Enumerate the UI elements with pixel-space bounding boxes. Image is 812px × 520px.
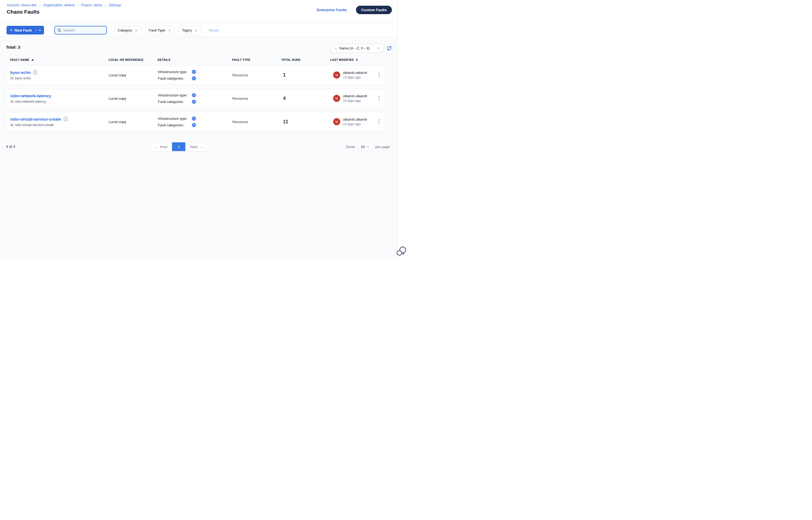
page-size-controls: Show 10 per page bbox=[346, 142, 390, 151]
header-actions: Enterprise Faults Custom Faults bbox=[317, 6, 392, 14]
next-page-button[interactable]: Next → bbox=[185, 142, 208, 151]
chevron-right-icon: › bbox=[77, 3, 79, 7]
kubernetes-icon[interactable] bbox=[192, 76, 196, 81]
breadcrumb-account-link[interactable]: Account: chaos-dev bbox=[7, 3, 37, 7]
fault-id: Id: istio-network-latency bbox=[10, 100, 109, 104]
row-menu-button[interactable] bbox=[377, 73, 381, 77]
page-title: Chaos Faults bbox=[7, 9, 40, 15]
breadcrumb: Account: chaos-dev › Organization: defau… bbox=[7, 3, 121, 7]
infrastructure-type-label: Infrastructure type: bbox=[158, 116, 192, 121]
sort-select-value: Name (A→Z, 0→9) bbox=[339, 46, 375, 50]
modified-when: 13 days ago bbox=[343, 122, 367, 126]
column-header-total-runs: TOTAL RUNS bbox=[281, 58, 330, 61]
total-runs-value: 4 bbox=[282, 95, 330, 101]
fault-details: Infrastructure type: Fault categories: bbox=[158, 93, 232, 104]
search-input[interactable] bbox=[63, 28, 104, 32]
sort-select[interactable]: ↑↓ Name (A→Z, 0→9) bbox=[331, 44, 383, 53]
avatar: U bbox=[333, 95, 340, 102]
enterprise-faults-link[interactable]: Enterprise Faults bbox=[317, 8, 347, 12]
page-size-select[interactable]: 10 bbox=[358, 142, 372, 151]
fault-row[interactable]: istio-network-latency Id: istio-network-… bbox=[6, 88, 386, 108]
table-header-row: FAULT NAME LOCAL OR REFERENCE DETAILS FA… bbox=[6, 56, 386, 63]
column-label: DETAILS bbox=[158, 58, 170, 61]
fault-details: Infrastructure type: Fault categories: bbox=[158, 116, 232, 127]
new-fault-button[interactable]: + New Fault bbox=[6, 26, 44, 34]
arrow-left-icon: ← bbox=[154, 145, 158, 149]
fault-categories-label: Fault categories: bbox=[158, 100, 192, 104]
modified-when: 13 days ago bbox=[343, 76, 367, 79]
next-label: Next bbox=[190, 145, 198, 149]
breadcrumb-project-link[interactable]: Project: demo bbox=[81, 3, 102, 7]
arrow-right-icon: → bbox=[200, 145, 204, 149]
document-icon[interactable] bbox=[64, 117, 68, 121]
kebab-menu-icon bbox=[379, 121, 380, 122]
kubernetes-icon[interactable] bbox=[192, 99, 196, 104]
modified-by: utkarsh.utkarsh bbox=[343, 71, 367, 75]
kubernetes-icon[interactable] bbox=[192, 93, 196, 98]
custom-faults-button[interactable]: Custom Faults bbox=[356, 6, 392, 14]
pagination-summary: 3 of 3 bbox=[6, 145, 15, 149]
fault-row[interactable]: byoc-echo Id: byoc-echo Local copy Infra… bbox=[6, 65, 386, 85]
column-label: FAULT TYPE bbox=[232, 58, 250, 61]
fault-row[interactable]: istio-virtual-service-create Id: istio-v… bbox=[6, 112, 386, 131]
filter-chip-label: Fault Type bbox=[149, 28, 165, 32]
fault-type-value: Resource bbox=[232, 73, 282, 77]
sort-controls: ↑↓ Name (A→Z, 0→9) bbox=[331, 44, 392, 53]
filter-chip-tags[interactable]: Tag(s) × bbox=[179, 26, 201, 34]
filter-chip-fault-type[interactable]: Fault Type × bbox=[145, 26, 174, 34]
reset-filters-button[interactable]: Reset bbox=[209, 28, 219, 32]
local-or-reference-value: Local copy bbox=[109, 120, 158, 124]
fault-name-link[interactable]: istio-virtual-service-create bbox=[10, 117, 61, 122]
fault-categories-label: Fault categories: bbox=[158, 76, 192, 80]
per-page-label: per page bbox=[375, 145, 390, 149]
breadcrumb-organization-link[interactable]: Organization: default bbox=[43, 3, 74, 7]
fault-type-value: Resource bbox=[232, 120, 282, 124]
column-label: FAULT NAME bbox=[10, 58, 29, 61]
new-fault-label: New Fault bbox=[15, 28, 32, 32]
chevron-down-icon[interactable] bbox=[38, 29, 41, 31]
search-icon bbox=[57, 28, 61, 32]
kubernetes-icon[interactable] bbox=[192, 116, 196, 121]
filter-chip-label: Tag(s) bbox=[182, 28, 192, 32]
close-icon[interactable]: × bbox=[195, 28, 197, 32]
total-runs-value: 1 bbox=[282, 72, 330, 78]
filter-chip-category[interactable]: Category × bbox=[114, 26, 141, 34]
kubernetes-icon[interactable] bbox=[192, 123, 196, 127]
refresh-button[interactable] bbox=[386, 46, 392, 51]
filter-chips: Category × Fault Type × Tag(s) × Reset bbox=[114, 26, 219, 34]
breadcrumb-settings-link[interactable]: Settings bbox=[109, 3, 121, 7]
infrastructure-type-label: Infrastructure type: bbox=[158, 70, 192, 74]
column-header-details: DETAILS bbox=[158, 58, 232, 61]
page-1-button[interactable]: 1 bbox=[172, 142, 185, 151]
scrollbar-gutter[interactable] bbox=[397, 0, 406, 260]
kubernetes-icon[interactable] bbox=[192, 70, 196, 74]
prev-page-button[interactable]: ← Prev bbox=[150, 142, 172, 151]
total-count: Total: 3 bbox=[6, 45, 20, 49]
document-icon[interactable] bbox=[33, 70, 37, 74]
close-icon[interactable]: × bbox=[168, 28, 171, 32]
kebab-menu-icon bbox=[379, 98, 380, 99]
fault-details: Infrastructure type: Fault categories: bbox=[158, 70, 232, 81]
avatar: U bbox=[333, 72, 340, 79]
local-or-reference-value: Local copy bbox=[109, 73, 158, 77]
sort-both-icon bbox=[356, 58, 358, 61]
column-header-fault-type: FAULT TYPE bbox=[232, 58, 281, 61]
close-icon[interactable]: × bbox=[135, 28, 137, 32]
faults-list-area: Total: 3 ↑↓ Name (A→Z, 0→9) FAULT NAME L… bbox=[0, 37, 397, 260]
fault-name-link[interactable]: istio-network-latency bbox=[10, 94, 51, 98]
row-menu-button[interactable] bbox=[377, 120, 381, 124]
column-header-fault-name[interactable]: FAULT NAME bbox=[10, 58, 108, 61]
page-size-value: 10 bbox=[361, 145, 365, 149]
prev-label: Prev bbox=[160, 145, 168, 149]
row-menu-button[interactable] bbox=[377, 96, 381, 101]
avatar: U bbox=[333, 118, 340, 125]
chevron-right-icon: › bbox=[40, 3, 41, 7]
faults-toolbar: + New Fault Category × Fault Type × Tag(… bbox=[0, 23, 406, 37]
page-header: Account: chaos-dev › Organization: defau… bbox=[0, 0, 406, 23]
chat-bubbles-icon[interactable] bbox=[396, 245, 406, 258]
fault-name-link[interactable]: byoc-echo bbox=[10, 70, 31, 75]
column-label: TOTAL RUNS bbox=[281, 58, 301, 61]
last-modified-cell: U utkarsh.utkarsh 13 days ago bbox=[333, 94, 374, 103]
column-header-last-modified[interactable]: LAST MODIFIED bbox=[330, 58, 374, 61]
sort-updown-icon: ↑↓ bbox=[334, 47, 336, 50]
